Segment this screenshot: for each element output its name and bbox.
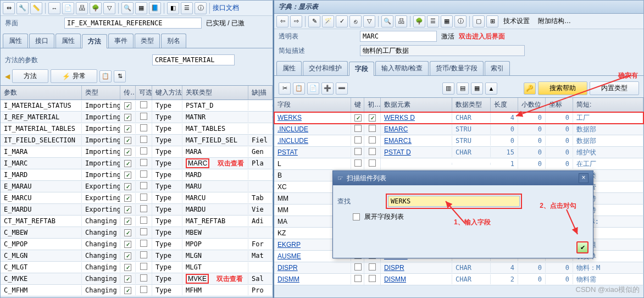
init-checkbox[interactable] [369, 148, 376, 155]
param-row[interactable]: I_REF_MATERIALImportingTypeMATNR [1, 112, 273, 123]
pass-checkbox[interactable] [124, 218, 131, 225]
tab-方法[interactable]: 方法 [82, 34, 107, 48]
init-checkbox[interactable] [369, 275, 376, 282]
key-checkbox[interactable] [354, 136, 362, 144]
back-icon[interactable]: ⇦ [276, 15, 288, 27]
fwd-icon[interactable]: ⇨ [290, 15, 302, 27]
tool-icon[interactable]: 🔧 [16, 2, 29, 14]
optional-checkbox[interactable] [140, 194, 147, 201]
col-icon[interactable]: ▥ [442, 82, 454, 95]
nav-icon[interactable]: ↔ [48, 2, 60, 14]
pass-checkbox[interactable] [124, 275, 131, 283]
tab-别名[interactable]: 别名 [161, 34, 186, 48]
pass-checkbox[interactable] [124, 287, 131, 294]
param-row[interactable]: C_MFHMChangingTypeMFHMPro [1, 285, 273, 296]
param-row[interactable]: C_MBEWChangingTypeMBEW [1, 227, 273, 239]
param-row[interactable]: E_MARAUExportingTypeMARU [1, 181, 273, 192]
optional-checkbox[interactable] [140, 228, 147, 235]
optional-checkbox[interactable] [140, 159, 147, 166]
tab-交付和维护[interactable]: 交付和维护 [303, 61, 348, 75]
r-box-icon[interactable]: ▢ [473, 15, 485, 27]
r-table-icon[interactable]: ⊞ [486, 15, 498, 27]
info-icon[interactable]: ⓘ [195, 2, 207, 14]
copy-r-icon[interactable]: 📋 [293, 82, 305, 95]
key-checkbox[interactable] [354, 114, 362, 122]
field-row[interactable]: PSTATPSTAT DCHAR1500维护状 [274, 147, 643, 158]
r-struct-icon[interactable]: 品 [395, 15, 407, 27]
close-icon[interactable]: × [579, 173, 589, 183]
pass-checkbox[interactable] [124, 114, 131, 121]
optional-checkbox[interactable] [140, 274, 147, 282]
cut-icon[interactable]: ✂ [279, 82, 291, 95]
exception-button[interactable]: ⚡异常 [51, 69, 97, 83]
init-checkbox[interactable] [369, 159, 376, 167]
optional-checkbox[interactable] [140, 217, 147, 224]
r-info-icon[interactable]: ⓘ [454, 15, 467, 27]
append-struct-link[interactable]: 附加结构… [538, 16, 571, 26]
copy-icon[interactable]: 📋 [99, 70, 112, 82]
optional-checkbox[interactable] [140, 147, 147, 154]
confirm-button[interactable]: ✔ [576, 241, 589, 253]
tab-属性[interactable]: 属性 [55, 34, 81, 48]
tab-索引[interactable]: 索引 [485, 61, 510, 75]
tree-icon[interactable]: 🌳 [90, 2, 102, 14]
r-tree-icon[interactable]: 🌳 [413, 15, 425, 27]
up-icon[interactable]: ▲ [485, 82, 497, 95]
tab-字段[interactable]: 字段 [349, 62, 374, 76]
optional-checkbox[interactable] [140, 170, 147, 178]
optional-checkbox[interactable] [140, 205, 147, 212]
col2-icon[interactable]: ▤ [457, 82, 469, 95]
pass-checkbox[interactable] [124, 102, 131, 109]
wand-icon[interactable]: 🪄 [322, 15, 334, 27]
sort-icon[interactable]: ⇅ [114, 70, 126, 82]
cube-icon[interactable]: ◧ [167, 2, 179, 14]
init-checkbox[interactable] [369, 263, 376, 271]
ruler-icon[interactable]: 📏 [30, 2, 42, 14]
init-checkbox[interactable] [369, 136, 376, 144]
param-row[interactable]: I_MARDImportingTypeMARD [1, 169, 273, 181]
optional-checkbox[interactable] [140, 124, 147, 131]
interface-input[interactable] [64, 18, 202, 29]
r-grid-icon[interactable]: ▦ [441, 15, 453, 27]
field-row[interactable]: L100在工厂 [274, 158, 643, 170]
param-row[interactable]: I_MATERIAL_STATUSImportingTypePSTAT_D [1, 100, 273, 112]
tech-settings-link[interactable]: 技术设置 [503, 16, 530, 26]
pass-checkbox[interactable] [124, 183, 131, 190]
key-checkbox[interactable] [354, 263, 362, 271]
optional-checkbox[interactable] [140, 101, 147, 108]
pass-checkbox[interactable] [124, 137, 131, 144]
optional-checkbox[interactable] [140, 263, 147, 270]
optional-checkbox[interactable] [140, 286, 147, 293]
pass-checkbox[interactable] [124, 264, 131, 271]
tab-接口[interactable]: 接口 [29, 34, 54, 48]
r-list-icon[interactable]: ☰ [427, 15, 439, 27]
pass-checkbox[interactable] [124, 160, 131, 167]
list-icon[interactable]: ☰ [181, 2, 193, 14]
search-help-button[interactable]: 搜索帮助 [538, 81, 587, 95]
struct-icon[interactable]: 品 [76, 2, 88, 14]
tab-货币/数量字段[interactable]: 货币/数量字段 [430, 61, 483, 75]
doc-icon[interactable]: 📄 [62, 2, 74, 14]
param-row[interactable]: E_MARCUExportingTypeMARCUTab [1, 192, 273, 204]
param-row[interactable]: I_MARAImportingTypeMARAGen [1, 146, 273, 158]
param-row[interactable]: C_MPOPChangingTypeMPOPFor [1, 239, 273, 250]
field-row[interactable]: .INCLUDEEMARCSTRU000数据部 [274, 124, 643, 135]
key-icon[interactable]: 🔑 [524, 82, 536, 95]
method-name-input[interactable] [152, 54, 235, 65]
pass-checkbox[interactable] [124, 206, 131, 213]
pass-checkbox[interactable] [124, 229, 131, 236]
interface-doc-link[interactable]: 接口文档 [213, 3, 239, 13]
tab-类型[interactable]: 类型 [135, 34, 160, 48]
expand-checkbox[interactable] [353, 213, 360, 220]
find-icon[interactable]: 🔍 [121, 2, 134, 14]
pass-checkbox[interactable] [124, 195, 131, 202]
table-input[interactable] [360, 31, 437, 42]
tab-事件[interactable]: 事件 [108, 34, 134, 48]
pass-checkbox[interactable] [124, 241, 131, 248]
insert-icon[interactable]: ➕ [321, 82, 334, 95]
r-filter-icon[interactable]: ▽ [363, 15, 375, 27]
tab-属性[interactable]: 属性 [3, 34, 28, 48]
book-icon[interactable]: 📘 [149, 2, 161, 14]
paste-icon[interactable]: 📄 [307, 82, 319, 95]
param-row[interactable]: C_MLGTChangingTypeMLGT [1, 262, 273, 273]
